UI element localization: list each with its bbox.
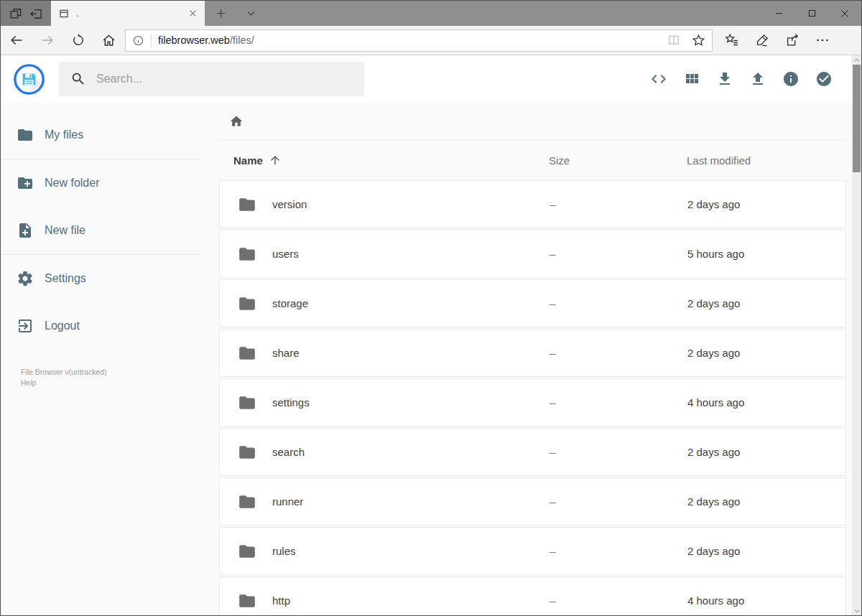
file-modified: 2 days ago [687,297,845,309]
file-modified: 5 hours ago [687,248,845,260]
list-header: Name Size Last modified [219,140,846,180]
header-actions [650,55,833,103]
file-row[interactable]: share – 2 days ago [219,329,846,377]
app-version-text: File Browser v(untracked) [21,367,199,378]
sort-ascending-icon [269,154,282,167]
file-name: http [272,594,290,607]
browser-tab[interactable]: . [51,1,205,26]
reading-view-icon[interactable] [663,31,685,50]
help-link[interactable]: Help [21,378,199,388]
sidebar-footer: File Browser v(untracked) Help [1,367,199,388]
folder-icon [238,195,256,214]
tab-title: . [76,9,188,19]
file-size: – [550,198,687,210]
file-row[interactable]: users – 5 hours ago [219,230,846,278]
scrollbar-up-icon[interactable] [852,55,861,65]
file-size: – [550,446,687,458]
sidebar-item-my-files[interactable]: My files [1,111,199,159]
new-file-icon [17,222,34,239]
refresh-button[interactable] [62,26,93,55]
url-path: /files/ [230,34,254,46]
search-input[interactable] [96,73,353,85]
maximize-button[interactable] [795,1,828,26]
tab-close-icon[interactable] [188,9,198,18]
search-icon [70,71,86,87]
filebrowser-app: My files New folder New file Settings Lo… [1,55,861,615]
file-size: – [550,248,687,260]
sidebar-item-new-folder[interactable]: New folder [1,159,199,207]
file-modified: 2 days ago [687,198,845,210]
logout-icon [17,317,34,335]
file-row[interactable]: search – 2 days ago [219,428,846,476]
tab-bar: . [1,1,861,26]
file-name: storage [272,297,308,309]
file-size: – [550,396,687,409]
scrollbar-down-icon[interactable] [852,606,861,615]
browser-toolbar: filebrowser.web/files/ [1,26,861,55]
home-button[interactable] [93,26,124,55]
sidebar-item-logout[interactable]: Logout [1,302,199,350]
sidebar-item-settings[interactable]: Settings [1,255,199,302]
tab-page-icon [58,8,70,19]
column-header-name[interactable]: Name [219,154,549,167]
web-note-pen-button[interactable] [747,26,777,55]
file-modified: 2 days ago [687,545,845,557]
more-options-button[interactable] [807,26,838,55]
folder-icon [238,493,256,511]
filebrowser-logo-icon[interactable] [13,63,45,95]
code-view-button[interactable] [650,70,667,88]
download-button[interactable] [716,70,733,88]
file-name: runner [272,495,303,508]
page-scrollbar[interactable] [852,55,861,615]
sidebar-item-new-file[interactable]: New file [1,207,199,254]
close-window-button[interactable] [828,1,861,26]
forward-button[interactable] [32,26,62,55]
file-name: settings [272,396,310,409]
share-button[interactable] [777,26,807,55]
file-row[interactable]: runner – 2 days ago [219,477,846,526]
search-box[interactable] [59,62,364,96]
url-text[interactable]: filebrowser.web/files/ [152,34,663,46]
set-tabs-aside-button[interactable] [29,6,43,21]
back-button[interactable] [1,26,32,55]
select-multiple-button[interactable] [815,70,833,88]
url-domain: filebrowser.web [158,34,230,46]
site-info-icon[interactable] [126,34,152,47]
file-name: users [272,248,299,260]
minimize-button[interactable] [762,1,795,26]
column-header-modified[interactable]: Last modified [687,154,846,167]
file-name: version [272,198,307,210]
grid-view-button[interactable] [683,70,700,88]
file-size: – [550,297,687,309]
folder-icon [17,126,34,144]
tab-preview-button[interactable] [9,6,23,21]
file-row[interactable]: http – 4 hours ago [219,577,846,615]
tab-list-chevron-button[interactable] [236,1,265,26]
add-favorite-star-icon[interactable] [687,31,709,50]
new-tab-button[interactable] [205,1,236,26]
file-size: – [550,495,687,508]
sidebar-item-label: Settings [45,272,86,285]
sidebar-item-label: New folder [45,177,99,190]
info-button[interactable] [782,70,800,88]
favorites-hub-button[interactable] [717,26,747,55]
folder-icon [238,443,256,462]
breadcrumb-home-button[interactable] [229,114,244,129]
file-list: version – 2 days ago users – 5 hours ago… [219,180,846,615]
folder-icon [238,592,256,610]
file-modified: 2 days ago [687,446,845,458]
sidebar-item-label: New file [45,224,85,237]
upload-button[interactable] [749,70,766,88]
scrollbar-thumb[interactable] [853,65,861,172]
file-size: – [550,347,687,359]
file-row[interactable]: rules – 2 days ago [219,527,846,575]
file-listing: Name Size Last modified version – 2 days… [219,103,846,615]
file-row[interactable]: version – 2 days ago [219,180,846,228]
folder-icon [238,542,256,561]
url-bar[interactable]: filebrowser.web/files/ [125,29,713,52]
file-row[interactable]: settings – 4 hours ago [219,378,846,426]
file-row[interactable]: storage – 2 days ago [219,279,846,327]
column-header-size[interactable]: Size [549,154,687,167]
folder-icon [238,245,256,263]
breadcrumb [219,103,846,140]
